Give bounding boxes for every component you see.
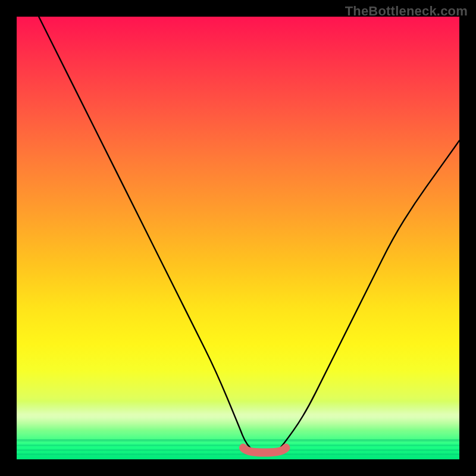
plot-area bbox=[17, 17, 459, 459]
bottleneck-curve-path bbox=[39, 17, 459, 455]
valley-highlight-path bbox=[243, 448, 286, 453]
curve-svg bbox=[17, 17, 459, 459]
watermark-text: TheBottleneck.com bbox=[345, 4, 468, 19]
chart-frame: TheBottleneck.com bbox=[0, 0, 476, 476]
